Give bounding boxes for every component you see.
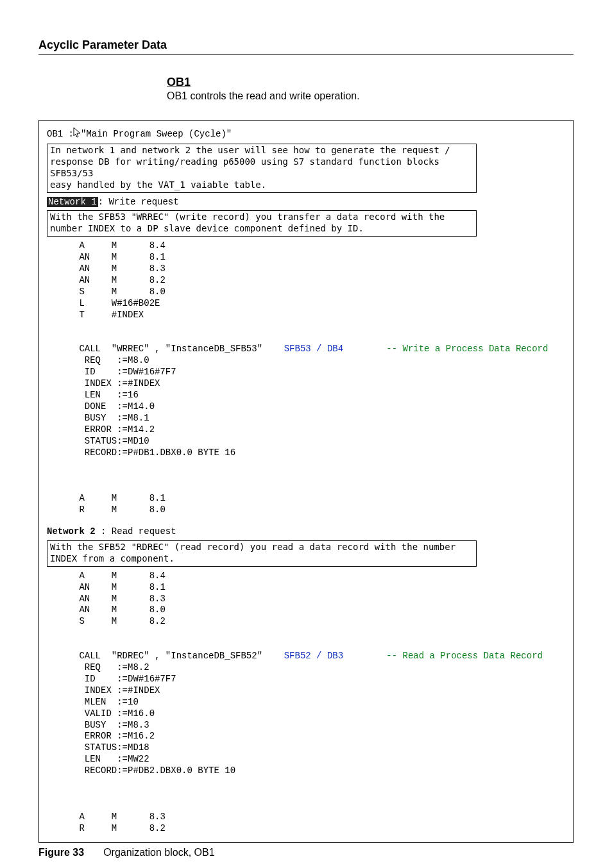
network2-label: Network 2 [47,526,96,537]
ob1-name: "Main Program Sweep (Cycle)" [81,129,232,140]
nw1-call-ref: SFB53 / DB4 [284,344,343,354]
nw2-post: REQ :=M8.2 ID :=DW#16#7F7 INDEX :=#INDEX… [47,662,235,833]
ob1-title: OB1 : "Main Program Sweep (Cycle)" [47,127,565,142]
section-desc: OB1 controls the read and write operatio… [167,90,574,102]
intro-comment-box: In network 1 and network 2 the user will… [47,144,477,193]
network1-label: Network 1 [47,197,98,207]
section-heading-ob1: OB1 [167,76,574,89]
nw1-post: REQ :=M8.0 ID :=DW#16#7F7 INDEX :=#INDEX… [47,355,235,515]
nw1-call-comment: -- Write a Process Data Record [386,344,548,354]
nw2-call-comment: -- Read a Process Data Record [386,651,543,661]
nw2-pre: A M 8.4 AN M 8.1 AN M 8.3 AN M 8.0 S M 8… [47,571,166,627]
network2-header: Network 2 : Read request [47,526,565,538]
network1-comment-box: With the SFB53 "WRREC" (write record) yo… [47,210,477,237]
nw2-call-gap [343,651,386,661]
network2-comment-box: With the SFB52 "RDREC" (read record) you… [47,540,477,567]
figure-text: Organization block, OB1 [103,847,214,858]
nw1-pre: A M 8.4 AN M 8.1 AN M 8.3 AN M 8.2 S M 8… [47,240,166,319]
nw1-call-text: CALL "WRREC" , "InstanceDB_SFB53" [47,344,284,354]
nw2-title: : Read request [96,526,176,537]
figure-label: Figure 33 [38,847,84,858]
network1-code: A M 8.4 AN M 8.1 AN M 8.3 AN M 8.2 S M 8… [47,240,565,516]
network1-header: Network 1: Write request [47,197,565,208]
figure-caption: Figure 33Organization block, OB1 [38,847,574,858]
nw2-call-ref: SFB52 / DB3 [284,651,343,661]
network2-code: A M 8.4 AN M 8.1 AN M 8.3 AN M 8.0 S M 8… [47,571,565,835]
page-header: Acyclic Parameter Data [38,38,574,55]
nw1-title: : Write request [98,197,179,207]
ob1-label: OB1 : [47,129,74,140]
nw1-call-gap [343,344,386,354]
code-block-ob1: OB1 : "Main Program Sweep (Cycle)" In ne… [38,120,574,843]
nw2-call-text: CALL "RDREC" , "InstanceDB_SFB52" [47,651,284,661]
